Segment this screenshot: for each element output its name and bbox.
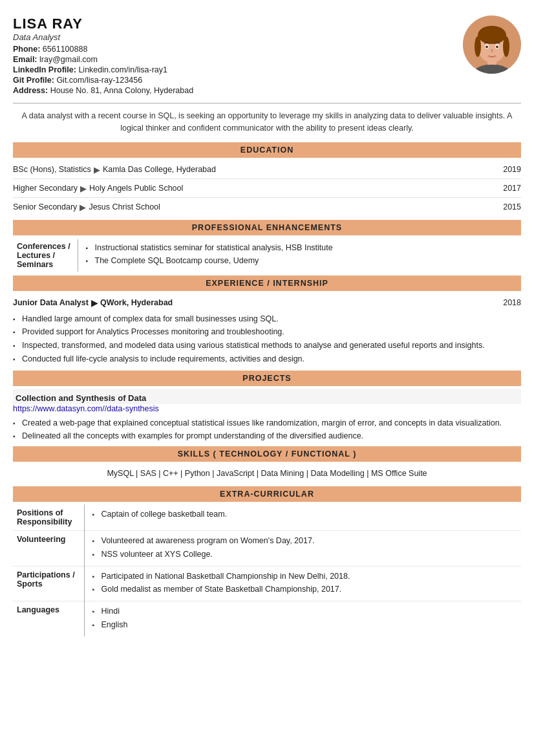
edu-row-2: Senior Secondary ▶ Jesus Christ School 2… (13, 198, 521, 216)
projects-header: PROJECTS (13, 371, 521, 386)
skills-section: SKILLS ( TECHNOLOGY / FUNCTIONAL ) MySQL… (13, 446, 521, 482)
extra-row-0: Positions ofResponsibility Captain of co… (13, 504, 521, 531)
exp-role-text: Junior Data Analyst (13, 298, 89, 307)
candidate-title: Data Analyst (13, 32, 193, 42)
candidate-name: LISA RAY (13, 16, 193, 32)
exp-bullet-2: Inspected, transformed, and modeled data… (13, 340, 521, 352)
phone-value: 6561100888 (43, 45, 88, 54)
git-line: Git Profile: Git.com/lisa-ray-123456 (13, 76, 193, 85)
header-section: LISA RAY Data Analyst Phone: 6561100888 … (13, 16, 521, 96)
extra-items-0: Captain of college basketball team. (84, 504, 521, 531)
avatar (463, 16, 521, 74)
experience-bullets: Handled large amount of complex data for… (13, 313, 521, 365)
experience-list: Handled large amount of complex data for… (13, 313, 521, 365)
extra-list-3: Hindi English (92, 605, 518, 631)
linkedin-value: Linkedin.com/in/lisa-ray1 (78, 65, 167, 74)
extra-list-2: Participated in National Basketball Cham… (92, 570, 518, 596)
exp-bullet-1: Provided support for Analytics Processes… (13, 326, 521, 338)
experience-year: 2018 (503, 298, 521, 307)
project-bullet-0: Created a web-page that explained concep… (13, 417, 521, 429)
address-label: Address: (13, 86, 48, 95)
project-link[interactable]: https://www.datasyn.com//data-synthesis (13, 404, 521, 413)
edu-row-0: BSc (Hons), Statistics ▶ Kamla Das Colle… (13, 160, 521, 179)
email-label: Email: (13, 55, 37, 64)
linkedin-label: LinkedIn Profile: (13, 65, 76, 74)
exp-arrow: ▶ (91, 298, 98, 308)
extra-section: EXTRA-CURRICULAR Positions ofResponsibil… (13, 486, 521, 636)
exp-company: QWork, Hyderabad (100, 298, 173, 307)
edu-year-2: 2015 (503, 202, 521, 211)
experience-section: EXPERIENCE / INTERNSHIP Junior Data Anal… (13, 275, 521, 365)
edu-institution-1: Holy Angels Public School (89, 184, 183, 193)
extra-items-1: Volunteered at awareness program on Wome… (84, 531, 521, 567)
header-divider (13, 103, 521, 103)
extra-items-3: Hindi English (84, 601, 521, 636)
email-value: lray@gmail.com (39, 55, 98, 64)
linkedin-line: LinkedIn Profile: Linkedin.com/in/lisa-r… (13, 65, 193, 74)
professional-table: Conferences /Lectures /Seminars Instruct… (13, 239, 521, 272)
extra-category-1: Volunteering (13, 531, 84, 567)
extra-category-3: Languages (13, 601, 84, 636)
extra-item-3-0: Hindi (92, 605, 518, 618)
project-list: Created a web-page that explained concep… (13, 417, 521, 443)
professional-row: Conferences /Lectures /Seminars Instruct… (13, 239, 521, 272)
git-label: Git Profile: (13, 76, 54, 85)
edu-arrow-1: ▶ (80, 184, 87, 193)
extra-item-1-1: NSS volunteer at XYS College. (92, 548, 518, 561)
experience-title-row: Junior Data Analyst ▶ QWork, Hyderabad 2… (13, 294, 521, 310)
git-value: Git.com/lisa-ray-123456 (56, 76, 142, 85)
header-info: LISA RAY Data Analyst Phone: 6561100888 … (13, 16, 193, 96)
edu-degree-0: BSc (Hons), Statistics (13, 165, 91, 174)
edu-institution-2: Jesus Christ School (89, 202, 160, 211)
edu-left-0: BSc (Hons), Statistics ▶ Kamla Das Colle… (13, 165, 216, 175)
extra-row-3: Languages Hindi English (13, 601, 521, 636)
extra-item-1-0: Volunteered at awareness program on Wome… (92, 535, 518, 547)
skills-text: MySQL | SAS | C++ | Python | JavaScript … (13, 464, 521, 482)
summary-text: A data analyst with a recent course in S… (13, 110, 521, 135)
svg-point-11 (496, 46, 498, 49)
edu-left-2: Senior Secondary ▶ Jesus Christ School (13, 202, 160, 212)
svg-point-4 (478, 26, 506, 44)
extra-items-2: Participated in National Basketball Cham… (84, 566, 521, 601)
extra-header: EXTRA-CURRICULAR (13, 486, 521, 502)
projects-section: PROJECTS Collection and Synthesis of Dat… (13, 371, 521, 443)
edu-left-1: Higher Secondary ▶ Holy Angels Public Sc… (13, 184, 183, 193)
exp-bullet-3: Conducted full life-cycle analysis to in… (13, 353, 521, 365)
edu-row-1: Higher Secondary ▶ Holy Angels Public Sc… (13, 179, 521, 198)
svg-point-5 (475, 36, 481, 57)
svg-point-10 (486, 46, 488, 49)
extra-list-1: Volunteered at awareness program on Wome… (92, 535, 518, 561)
education-header: EDUCATION (13, 142, 521, 158)
phone-line: Phone: 6561100888 (13, 45, 193, 54)
extra-item-2-0: Participated in National Basketball Cham… (92, 570, 518, 583)
edu-year-1: 2017 (503, 184, 521, 193)
edu-arrow-2: ▶ (80, 202, 86, 212)
edu-degree-1: Higher Secondary (13, 184, 78, 193)
edu-institution-0: Kamla Das College, Hyderabad (103, 165, 216, 174)
experience-header: EXPERIENCE / INTERNSHIP (13, 275, 521, 291)
extra-table: Positions ofResponsibility Captain of co… (13, 504, 521, 636)
extra-category-0: Positions ofResponsibility (13, 504, 84, 531)
professional-item-1: The Complete SQL Bootcamp course, Udemy (86, 255, 518, 267)
address-line: Address: House No. 81, Anna Colony, Hyde… (13, 86, 193, 95)
extra-item-0-0: Captain of college basketball team. (92, 508, 518, 521)
edu-year-0: 2019 (503, 165, 521, 174)
phone-label: Phone: (13, 45, 40, 54)
project-bullet-1: Delineated all the concepts with example… (13, 430, 521, 442)
professional-item-0: Instructional statistics seminar for sta… (86, 242, 518, 254)
extra-row-2: Participations /Sports Participated in N… (13, 566, 521, 601)
professional-items: Instructional statistics seminar for sta… (78, 239, 521, 272)
professional-header: PROFESSIONAL ENHANCEMENTS (13, 220, 521, 235)
professional-category: Conferences /Lectures /Seminars (13, 239, 78, 272)
edu-arrow-0: ▶ (94, 165, 100, 175)
extra-row-1: Volunteering Volunteered at awareness pr… (13, 531, 521, 567)
extra-item-3-1: English (92, 619, 518, 631)
email-line: Email: lray@gmail.com (13, 55, 193, 64)
education-section: EDUCATION BSc (Hons), Statistics ▶ Kamla… (13, 142, 521, 216)
exp-bullet-0: Handled large amount of complex data for… (13, 313, 521, 325)
experience-role: Junior Data Analyst ▶ QWork, Hyderabad (13, 298, 173, 308)
extra-item-2-1: Gold medalist as member of State Basketb… (92, 583, 518, 596)
edu-degree-2: Senior Secondary (13, 202, 77, 211)
extra-list-0: Captain of college basketball team. (92, 508, 518, 521)
address-value: House No. 81, Anna Colony, Hyderabad (50, 86, 193, 95)
